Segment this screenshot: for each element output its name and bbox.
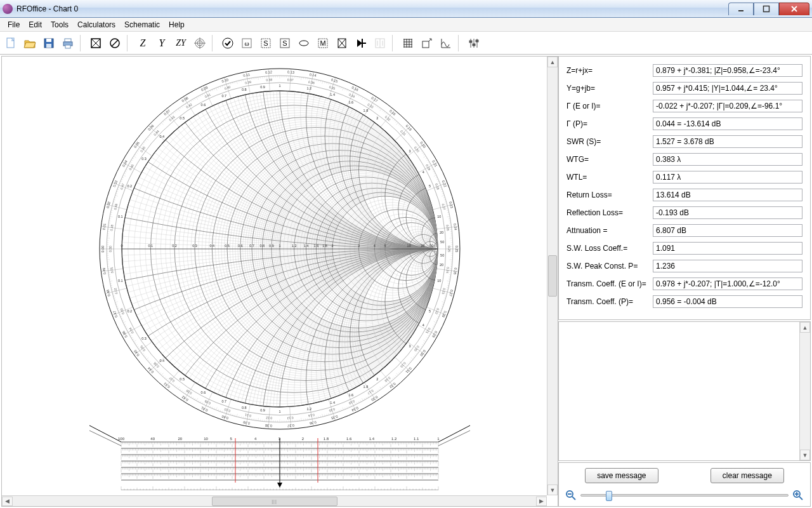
svg-text:0.6: 0.6	[201, 391, 206, 394]
toolbar-save-button[interactable]	[41, 35, 57, 51]
toolbar-check-button[interactable]	[219, 35, 236, 51]
param-value-input[interactable]	[653, 260, 802, 272]
message-vscrollbar[interactable]: ▲ ▼	[799, 322, 810, 460]
menu-file[interactable]: File	[4, 19, 23, 30]
toolbar-bowtie-button[interactable]	[334, 35, 350, 51]
param-value-input[interactable]	[653, 224, 802, 237]
toolbar-print-button[interactable]	[60, 35, 76, 51]
svg-line-529	[394, 377, 395, 378]
toolbar-grid-button[interactable]	[400, 35, 416, 51]
svg-line-496	[436, 320, 438, 321]
scroll-down-icon[interactable]: ▼	[547, 485, 558, 495]
scroll-up-icon[interactable]: ▲	[547, 57, 558, 67]
svg-line-419	[427, 160, 428, 161]
zoom-out-icon[interactable]	[565, 490, 577, 501]
svg-line-559	[339, 410, 339, 412]
toolbar-zy-button[interactable]: ZY	[173, 35, 189, 51]
save-message-button[interactable]: save message	[585, 468, 658, 483]
menu-tools[interactable]: Tools	[47, 19, 72, 30]
svg-line-366	[341, 87, 341, 89]
toolbar-ellipse-button[interactable]	[296, 35, 312, 51]
svg-rect-6	[46, 39, 51, 42]
toolbar-fullextent-button[interactable]	[88, 35, 104, 51]
svg-text:M: M	[320, 39, 325, 47]
scroll-right-icon[interactable]: ▶	[536, 497, 547, 506]
chart-hscrollbar[interactable]: ◀ ▶	[2, 495, 547, 506]
zoom-in-icon[interactable]	[792, 490, 804, 501]
param-value-input[interactable]	[653, 100, 802, 112]
toolbar-disabled1-button[interactable]	[372, 35, 388, 51]
toolbar-sparam1-button[interactable]: S	[258, 35, 274, 51]
param-label: Attnuation =	[566, 226, 649, 235]
window-maximize-button[interactable]	[754, 3, 779, 15]
svg-text:0.9: 0.9	[260, 84, 265, 88]
param-value-input[interactable]	[653, 64, 802, 77]
nomograph-scales[interactable]: 10040201054321.81.61.41.21.110.00.10.20.…	[51, 420, 508, 492]
scroll-down-icon[interactable]: ▼	[800, 450, 810, 460]
param-row: S.W. Loss Coeff.=	[566, 239, 802, 257]
param-value-input[interactable]	[653, 82, 802, 95]
svg-line-686	[116, 304, 118, 305]
scroll-left-icon[interactable]: ◀	[2, 497, 13, 506]
toolbar-mbox-button[interactable]: M	[315, 35, 331, 51]
message-pane[interactable]: ▲ ▼	[558, 321, 811, 461]
svg-line-376	[360, 96, 361, 97]
chart-pane[interactable]: 0.000.500.010.490.020.480.030.470.040.46…	[1, 56, 558, 507]
toolbar-omega-button[interactable]: ω	[239, 35, 255, 51]
smith-chart[interactable]: 0.000.500.010.490.020.480.030.470.040.46…	[93, 62, 467, 438]
param-value-input[interactable]	[653, 153, 802, 166]
toolbar-gridarrow-button[interactable]	[419, 35, 435, 51]
svg-line-690	[113, 296, 115, 297]
menu-help[interactable]: Help	[165, 19, 188, 30]
hscroll-thumb[interactable]	[212, 497, 337, 506]
svg-line-557	[343, 407, 344, 410]
param-value-input[interactable]	[653, 277, 802, 290]
svg-line-315	[233, 82, 233, 84]
zoom-slider[interactable]	[580, 494, 789, 497]
zoom-thumb[interactable]	[606, 491, 612, 501]
svg-point-27	[299, 41, 308, 46]
svg-point-943	[358, 91, 467, 249]
svg-line-530	[392, 378, 393, 380]
vscroll-thumb[interactable]	[548, 255, 557, 297]
toolbar-target-button[interactable]	[192, 35, 208, 51]
param-value-input[interactable]	[653, 206, 802, 219]
svg-line-657	[147, 358, 149, 359]
param-row: Attnuation =	[566, 222, 802, 239]
svg-text:1.4: 1.4	[369, 437, 375, 441]
param-value-input[interactable]	[653, 189, 802, 201]
scroll-up-icon[interactable]: ▲	[800, 322, 810, 333]
menu-calculators[interactable]: Calculators	[74, 19, 119, 30]
toolbar-open-button[interactable]	[22, 35, 38, 51]
window-minimize-button[interactable]	[728, 3, 754, 15]
clear-message-button[interactable]: clear message	[710, 468, 784, 483]
toolbar-clear-button[interactable]	[107, 35, 123, 51]
param-value-input[interactable]	[653, 295, 802, 308]
chart-vscrollbar[interactable]: ▲ ▼	[547, 57, 558, 495]
toolbar-z-button[interactable]: Z	[134, 35, 151, 51]
param-value-input[interactable]	[653, 171, 802, 184]
param-value-input[interactable]	[653, 242, 802, 255]
svg-line-367	[343, 88, 344, 90]
svg-text:1.4: 1.4	[304, 244, 309, 248]
toolbar-sparam2-button[interactable]: S	[277, 35, 293, 51]
toolbar-insert-button[interactable]	[353, 35, 369, 51]
svg-line-650	[157, 370, 158, 371]
window-close-button[interactable]	[779, 3, 809, 15]
svg-line-364	[337, 86, 337, 88]
svg-line-268	[148, 137, 149, 138]
menu-schematic[interactable]: Schematic	[121, 19, 164, 30]
svg-line-548	[360, 400, 361, 401]
param-value-input[interactable]	[653, 117, 802, 130]
toolbar-y-button[interactable]: Y	[154, 35, 170, 51]
toolbar-new-button[interactable]	[3, 35, 19, 51]
menu-edit[interactable]: Edit	[25, 19, 46, 30]
svg-line-357	[322, 81, 323, 84]
svg-text:5: 5	[384, 244, 386, 248]
svg-line-2411	[572, 497, 575, 500]
param-value-input[interactable]	[653, 135, 802, 148]
toolbar-sliders-button[interactable]	[466, 35, 482, 51]
svg-text:1.6: 1.6	[346, 437, 352, 441]
svg-line-299	[200, 95, 201, 97]
toolbar-wave-button[interactable]	[438, 35, 454, 51]
